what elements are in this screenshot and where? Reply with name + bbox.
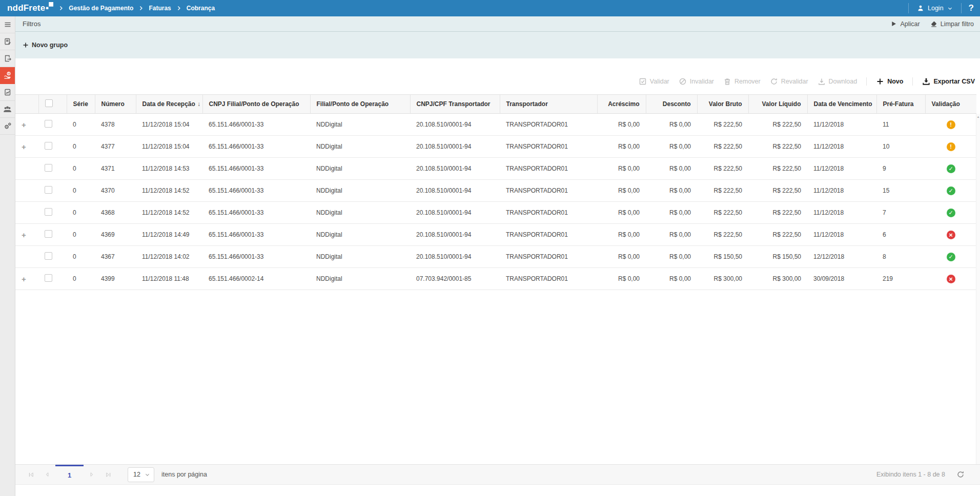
last-page-icon	[105, 471, 112, 478]
cell-vencimento: 12/12/2018	[807, 246, 876, 268]
sidebar-item-menu[interactable]	[0, 16, 15, 33]
cell-transportador: TRANSPORTADOR01	[500, 114, 597, 136]
previous-page-button[interactable]	[39, 465, 55, 484]
cell-recepcao: 11/12/2018 14:52	[136, 202, 202, 224]
expand-row-icon[interactable]: +	[22, 142, 26, 151]
column-header-liquido[interactable]: Valor Líquido	[748, 95, 807, 114]
column-header-filial[interactable]: Filial/Ponto de Operação	[310, 95, 410, 114]
refresh-button[interactable]	[956, 470, 965, 479]
toolbar-action-label: Download	[829, 78, 858, 85]
cell-serie: 0	[67, 268, 95, 290]
validation-success-icon[interactable]: ✓	[947, 209, 955, 217]
validation-warning-icon[interactable]: !	[947, 120, 955, 129]
clear-filter-button[interactable]: Limpar filtro	[930, 20, 974, 28]
svg-text:$: $	[8, 72, 9, 75]
cell-vencimento: 11/12/2018	[807, 202, 876, 224]
cell-filial: NDDigital	[310, 180, 410, 202]
sidebar-item-settings-gears[interactable]	[0, 118, 15, 135]
breadcrumb-item[interactable]: Gestão de Pagamento	[69, 5, 133, 12]
column-header-cnpj_filial[interactable]: CNPJ Filial/Ponto de Operação	[202, 95, 310, 114]
novo-button[interactable]: Novo	[876, 77, 903, 86]
cell-recepcao: 11/12/2018 14:52	[136, 180, 202, 202]
cell-recepcao: 11/12/2018 14:02	[136, 246, 202, 268]
sidebar-item-document-export[interactable]	[0, 50, 15, 67]
column-header-vencimento[interactable]: Data de Vencimento	[807, 95, 876, 114]
row-checkbox[interactable]	[45, 252, 52, 260]
cell-transportador: TRANSPORTADOR01	[500, 158, 597, 180]
users-icon	[3, 105, 12, 114]
app-logo[interactable]: nddFrete	[0, 1, 58, 16]
row-checkbox[interactable]	[45, 120, 52, 128]
column-header-label: Transportador	[506, 100, 548, 108]
column-header-serie[interactable]: Série	[67, 95, 95, 114]
column-header-bruto[interactable]: Valor Bruto	[697, 95, 748, 114]
apply-filter-button[interactable]: Aplicar	[890, 20, 920, 28]
cell-numero: 4399	[95, 268, 136, 290]
column-header-transportador[interactable]: Transportador	[500, 95, 597, 114]
expand-column-header	[15, 95, 38, 114]
toolbar-divider	[866, 77, 867, 86]
ban-icon	[679, 77, 687, 86]
cell-liquido: R$ 300,00	[748, 268, 807, 290]
breadcrumb-item[interactable]: Cobrança	[187, 5, 215, 12]
cell-vencimento: 11/12/2018	[807, 180, 876, 202]
page-size-select[interactable]: 12	[128, 467, 154, 482]
validation-success-icon[interactable]: ✓	[947, 253, 955, 261]
refresh-icon	[956, 470, 965, 479]
column-header-numero[interactable]: Número	[95, 95, 136, 114]
row-checkbox[interactable]	[45, 274, 52, 282]
new-group-button[interactable]: Novo grupo	[23, 42, 68, 49]
cell-bruto: R$ 222,50	[697, 158, 748, 180]
cell-desconto: R$ 0,00	[646, 180, 697, 202]
sidebar-item-document-report[interactable]	[0, 84, 15, 101]
expand-row-icon[interactable]: +	[22, 275, 26, 283]
cell-cnpj_filial: 65.151.466/0001-33	[202, 246, 310, 268]
exportar-csv-button[interactable]: Exportar CSV	[922, 77, 975, 86]
validation-success-icon[interactable]: ✓	[947, 187, 955, 195]
previous-page-icon	[44, 471, 50, 478]
sidebar-item-payment-hand-coin[interactable]: $	[0, 67, 15, 84]
help-button[interactable]: ?	[962, 3, 980, 13]
checkbox[interactable]	[45, 99, 53, 107]
column-header-desconto[interactable]: Desconto	[646, 95, 697, 114]
column-header-recepcao[interactable]: Data de Recepção↓	[136, 95, 202, 114]
brand-name: nddFrete	[7, 1, 45, 16]
row-checkbox[interactable]	[45, 142, 52, 150]
page-number-current[interactable]: 1	[55, 465, 84, 484]
breadcrumb-item[interactable]: Faturas	[149, 5, 171, 12]
row-checkbox[interactable]	[45, 186, 52, 194]
last-page-button[interactable]	[100, 465, 116, 484]
expand-row-icon[interactable]: +	[22, 231, 26, 239]
row-checkbox[interactable]	[45, 230, 52, 238]
column-header-cnpj_transp[interactable]: CNPJ/CPF Transportador	[410, 95, 500, 114]
cell-recepcao: 11/12/2018 11:48	[136, 268, 202, 290]
validation-error-icon[interactable]: ×	[947, 275, 955, 283]
validation-error-icon[interactable]: ×	[947, 231, 955, 239]
row-checkbox[interactable]	[45, 164, 52, 172]
table-scrollbar[interactable]: ▲	[976, 114, 980, 464]
breadcrumb: Gestão de PagamentoFaturasCobrança	[58, 5, 215, 12]
remover-button: Remover	[723, 77, 761, 86]
column-header-prefatura[interactable]: Pré-Fatura	[876, 95, 925, 114]
sidebar-item-clipboard-check[interactable]	[0, 33, 15, 50]
cell-acrescimo: R$ 0,00	[597, 136, 646, 158]
validation-warning-icon[interactable]: !	[947, 142, 955, 151]
menu-icon	[4, 20, 12, 29]
expand-row-icon[interactable]: +	[22, 120, 26, 129]
column-header-acrescimo[interactable]: Acréscimo	[597, 95, 646, 114]
column-header-label: Filial/Ponto de Operação	[317, 100, 389, 108]
select-all-checkbox[interactable]	[38, 95, 67, 114]
next-page-button[interactable]	[84, 465, 100, 484]
sidebar-item-users[interactable]	[0, 101, 15, 118]
chevron-right-icon	[138, 6, 144, 11]
validation-success-icon[interactable]: ✓	[947, 164, 955, 173]
next-page-icon	[89, 471, 95, 478]
row-checkbox[interactable]	[45, 208, 52, 216]
cell-filial: NDDigital	[310, 224, 410, 246]
cell-recepcao: 11/12/2018 14:53	[136, 158, 202, 180]
invalidar-button: Invalidar	[679, 77, 714, 86]
login-menu[interactable]: Login	[909, 0, 961, 16]
first-page-button[interactable]	[23, 465, 39, 484]
cell-numero: 4367	[95, 246, 136, 268]
settings-gears-icon	[4, 122, 12, 130]
